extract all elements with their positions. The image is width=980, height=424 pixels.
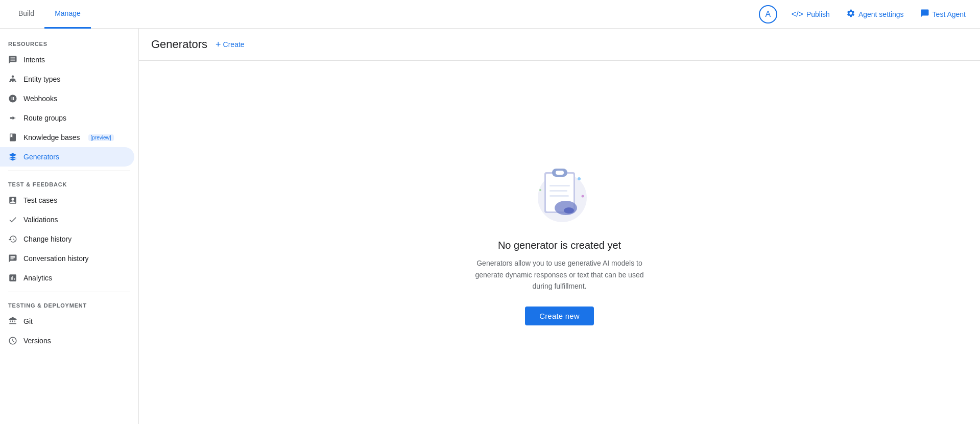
svg-rect-8 xyxy=(556,171,564,175)
empty-state: No generator is created yet Generators a… xyxy=(139,61,980,424)
sidebar-item-label-generators: Generators xyxy=(23,153,59,161)
entity-types-icon xyxy=(8,75,17,84)
sidebar-item-label-webhooks: Webhooks xyxy=(23,95,57,103)
analytics-icon xyxy=(8,273,17,282)
sidebar-item-label-git: Git xyxy=(23,317,33,325)
sidebar-item-validations[interactable]: Validations xyxy=(0,210,134,229)
conversation-history-icon xyxy=(8,254,17,263)
create-link[interactable]: + Create xyxy=(211,37,249,52)
svg-point-2 xyxy=(12,81,14,82)
test-cases-icon xyxy=(8,196,17,205)
svg-point-15 xyxy=(539,189,541,191)
section-label-resources: RESOURCES xyxy=(0,35,138,50)
svg-point-0 xyxy=(12,76,14,78)
avatar: A xyxy=(759,5,777,23)
sidebar: RESOURCES Intents Entity types Webhooks … xyxy=(0,29,139,424)
publish-button[interactable]: </> Publish xyxy=(785,7,836,22)
sidebar-item-label-validations: Validations xyxy=(23,216,58,224)
empty-state-title: No generator is created yet xyxy=(498,240,621,251)
validations-icon xyxy=(8,215,17,224)
svg-rect-11 xyxy=(549,195,569,197)
svg-point-16 xyxy=(581,195,584,198)
change-history-icon xyxy=(8,234,17,244)
sidebar-item-knowledge-bases[interactable]: Knowledge bases [preview] xyxy=(0,128,134,147)
plus-icon: + xyxy=(216,40,221,49)
sidebar-item-label-versions: Versions xyxy=(23,337,51,345)
section-label-test-feedback: TEST & FEEDBACK xyxy=(0,175,138,191)
git-icon xyxy=(8,317,17,326)
sidebar-item-label-conversation-history: Conversation history xyxy=(23,254,89,263)
sidebar-item-label-intents: Intents xyxy=(23,56,45,64)
sidebar-divider-1 xyxy=(8,171,130,171)
route-groups-icon xyxy=(8,113,17,123)
chat-icon xyxy=(920,9,929,20)
sidebar-item-test-cases[interactable]: Test cases xyxy=(0,191,134,210)
page-header: Generators + Create xyxy=(139,29,980,61)
intents-icon xyxy=(8,55,17,64)
preview-badge: [preview] xyxy=(88,134,114,141)
sidebar-item-label-entity-types: Entity types xyxy=(23,75,60,83)
sidebar-item-label-analytics: Analytics xyxy=(23,274,52,282)
tab-build[interactable]: Build xyxy=(8,0,44,29)
knowledge-bases-icon xyxy=(8,133,17,142)
svg-point-3 xyxy=(15,81,16,82)
nav-right: A </> Publish Agent settings Test Agent xyxy=(759,5,972,23)
section-label-testing-deployment: TESTING & DEPLOYMENT xyxy=(0,296,138,312)
webhooks-icon xyxy=(8,94,17,103)
nav-tabs: Build Manage xyxy=(8,0,91,29)
create-new-button[interactable]: Create new xyxy=(525,307,594,325)
empty-state-description: Generators allow you to use generative A… xyxy=(468,257,652,292)
sidebar-item-entity-types[interactable]: Entity types xyxy=(0,69,134,89)
empty-illustration xyxy=(529,159,590,227)
sidebar-item-intents[interactable]: Intents xyxy=(0,50,134,69)
tab-manage[interactable]: Manage xyxy=(44,0,91,29)
svg-rect-9 xyxy=(549,185,570,186)
sidebar-item-label-test-cases: Test cases xyxy=(23,196,57,204)
sidebar-item-route-groups[interactable]: Route groups xyxy=(0,108,134,128)
svg-point-14 xyxy=(578,177,581,180)
publish-icon: </> xyxy=(792,10,803,19)
sidebar-item-label-knowledge-bases: Knowledge bases xyxy=(23,133,80,142)
sidebar-item-generators[interactable]: Generators xyxy=(0,147,134,167)
sidebar-item-change-history[interactable]: Change history xyxy=(0,229,134,249)
sidebar-item-analytics[interactable]: Analytics xyxy=(0,268,134,288)
sidebar-item-git[interactable]: Git xyxy=(0,312,134,331)
test-agent-button[interactable]: Test Agent xyxy=(914,6,972,23)
sidebar-item-conversation-history[interactable]: Conversation history xyxy=(0,249,134,268)
sidebar-item-label-change-history: Change history xyxy=(23,235,71,243)
page-title: Generators xyxy=(151,38,207,51)
sidebar-divider-2 xyxy=(8,292,130,292)
generators-icon xyxy=(8,152,17,161)
sidebar-item-versions[interactable]: Versions xyxy=(0,331,134,350)
agent-settings-button[interactable]: Agent settings xyxy=(840,6,910,23)
page-body: RESOURCES Intents Entity types Webhooks … xyxy=(0,29,980,424)
top-nav: Build Manage A </> Publish Agent setting… xyxy=(0,0,980,29)
versions-icon xyxy=(8,336,17,345)
svg-point-13 xyxy=(564,207,574,214)
sidebar-item-label-route-groups: Route groups xyxy=(23,114,66,122)
sidebar-item-webhooks[interactable]: Webhooks xyxy=(0,89,134,108)
gear-icon xyxy=(846,9,855,20)
main-content: Generators + Create xyxy=(139,29,980,424)
svg-point-1 xyxy=(9,81,11,82)
svg-rect-10 xyxy=(549,190,567,192)
